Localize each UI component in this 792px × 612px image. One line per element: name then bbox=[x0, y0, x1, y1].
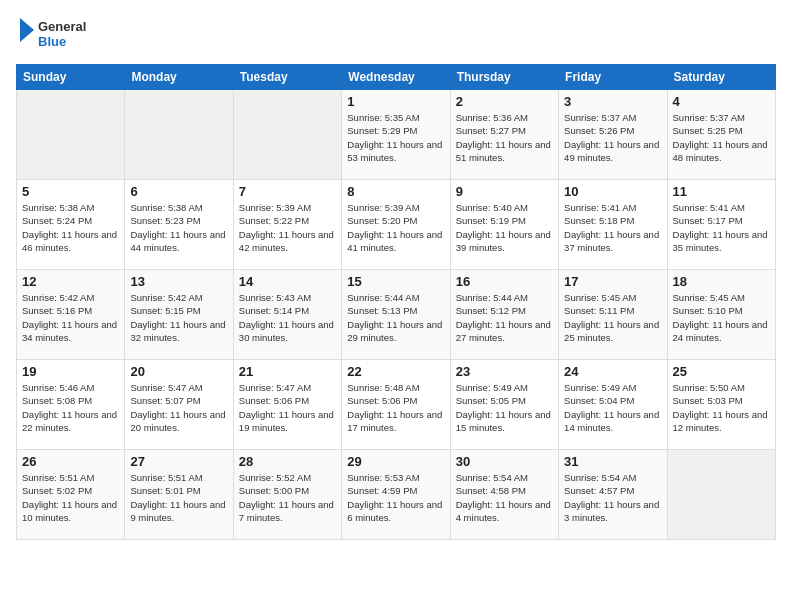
day-info: Sunrise: 5:53 AM Sunset: 4:59 PM Dayligh… bbox=[347, 471, 444, 524]
day-info: Sunrise: 5:54 AM Sunset: 4:57 PM Dayligh… bbox=[564, 471, 661, 524]
day-number: 4 bbox=[673, 94, 770, 109]
calendar-cell: 21Sunrise: 5:47 AM Sunset: 5:06 PM Dayli… bbox=[233, 360, 341, 450]
calendar-week-row: 26Sunrise: 5:51 AM Sunset: 5:02 PM Dayli… bbox=[17, 450, 776, 540]
calendar-cell: 29Sunrise: 5:53 AM Sunset: 4:59 PM Dayli… bbox=[342, 450, 450, 540]
day-number: 12 bbox=[22, 274, 119, 289]
day-number: 17 bbox=[564, 274, 661, 289]
calendar-cell: 18Sunrise: 5:45 AM Sunset: 5:10 PM Dayli… bbox=[667, 270, 775, 360]
calendar-cell: 12Sunrise: 5:42 AM Sunset: 5:16 PM Dayli… bbox=[17, 270, 125, 360]
calendar-week-row: 5Sunrise: 5:38 AM Sunset: 5:24 PM Daylig… bbox=[17, 180, 776, 270]
calendar-cell: 30Sunrise: 5:54 AM Sunset: 4:58 PM Dayli… bbox=[450, 450, 558, 540]
calendar-cell: 13Sunrise: 5:42 AM Sunset: 5:15 PM Dayli… bbox=[125, 270, 233, 360]
day-number: 9 bbox=[456, 184, 553, 199]
day-number: 6 bbox=[130, 184, 227, 199]
calendar-cell: 22Sunrise: 5:48 AM Sunset: 5:06 PM Dayli… bbox=[342, 360, 450, 450]
day-info: Sunrise: 5:47 AM Sunset: 5:06 PM Dayligh… bbox=[239, 381, 336, 434]
calendar-cell bbox=[233, 90, 341, 180]
day-number: 24 bbox=[564, 364, 661, 379]
weekday-cell: Monday bbox=[125, 65, 233, 90]
day-number: 5 bbox=[22, 184, 119, 199]
day-info: Sunrise: 5:52 AM Sunset: 5:00 PM Dayligh… bbox=[239, 471, 336, 524]
day-number: 13 bbox=[130, 274, 227, 289]
day-info: Sunrise: 5:44 AM Sunset: 5:13 PM Dayligh… bbox=[347, 291, 444, 344]
day-number: 29 bbox=[347, 454, 444, 469]
calendar-cell: 17Sunrise: 5:45 AM Sunset: 5:11 PM Dayli… bbox=[559, 270, 667, 360]
svg-text:General: General bbox=[38, 19, 86, 34]
calendar-cell: 8Sunrise: 5:39 AM Sunset: 5:20 PM Daylig… bbox=[342, 180, 450, 270]
svg-text:Blue: Blue bbox=[38, 34, 66, 49]
day-info: Sunrise: 5:37 AM Sunset: 5:26 PM Dayligh… bbox=[564, 111, 661, 164]
day-number: 21 bbox=[239, 364, 336, 379]
day-number: 27 bbox=[130, 454, 227, 469]
calendar-cell: 23Sunrise: 5:49 AM Sunset: 5:05 PM Dayli… bbox=[450, 360, 558, 450]
day-info: Sunrise: 5:37 AM Sunset: 5:25 PM Dayligh… bbox=[673, 111, 770, 164]
page-header: GeneralBlue bbox=[16, 16, 776, 52]
day-number: 11 bbox=[673, 184, 770, 199]
weekday-cell: Saturday bbox=[667, 65, 775, 90]
calendar-cell: 31Sunrise: 5:54 AM Sunset: 4:57 PM Dayli… bbox=[559, 450, 667, 540]
day-info: Sunrise: 5:47 AM Sunset: 5:07 PM Dayligh… bbox=[130, 381, 227, 434]
day-info: Sunrise: 5:39 AM Sunset: 5:20 PM Dayligh… bbox=[347, 201, 444, 254]
day-number: 18 bbox=[673, 274, 770, 289]
calendar-cell: 25Sunrise: 5:50 AM Sunset: 5:03 PM Dayli… bbox=[667, 360, 775, 450]
day-info: Sunrise: 5:54 AM Sunset: 4:58 PM Dayligh… bbox=[456, 471, 553, 524]
day-info: Sunrise: 5:35 AM Sunset: 5:29 PM Dayligh… bbox=[347, 111, 444, 164]
day-info: Sunrise: 5:50 AM Sunset: 5:03 PM Dayligh… bbox=[673, 381, 770, 434]
calendar-cell: 2Sunrise: 5:36 AM Sunset: 5:27 PM Daylig… bbox=[450, 90, 558, 180]
day-info: Sunrise: 5:45 AM Sunset: 5:10 PM Dayligh… bbox=[673, 291, 770, 344]
day-info: Sunrise: 5:39 AM Sunset: 5:22 PM Dayligh… bbox=[239, 201, 336, 254]
day-number: 23 bbox=[456, 364, 553, 379]
day-info: Sunrise: 5:51 AM Sunset: 5:01 PM Dayligh… bbox=[130, 471, 227, 524]
day-number: 26 bbox=[22, 454, 119, 469]
day-info: Sunrise: 5:38 AM Sunset: 5:23 PM Dayligh… bbox=[130, 201, 227, 254]
day-number: 22 bbox=[347, 364, 444, 379]
day-number: 19 bbox=[22, 364, 119, 379]
calendar-cell bbox=[667, 450, 775, 540]
day-number: 15 bbox=[347, 274, 444, 289]
calendar-cell: 11Sunrise: 5:41 AM Sunset: 5:17 PM Dayli… bbox=[667, 180, 775, 270]
calendar-cell: 4Sunrise: 5:37 AM Sunset: 5:25 PM Daylig… bbox=[667, 90, 775, 180]
day-number: 2 bbox=[456, 94, 553, 109]
calendar-cell: 1Sunrise: 5:35 AM Sunset: 5:29 PM Daylig… bbox=[342, 90, 450, 180]
day-number: 1 bbox=[347, 94, 444, 109]
day-number: 3 bbox=[564, 94, 661, 109]
day-number: 30 bbox=[456, 454, 553, 469]
day-info: Sunrise: 5:44 AM Sunset: 5:12 PM Dayligh… bbox=[456, 291, 553, 344]
calendar-cell bbox=[125, 90, 233, 180]
calendar-table: SundayMondayTuesdayWednesdayThursdayFrid… bbox=[16, 64, 776, 540]
day-number: 14 bbox=[239, 274, 336, 289]
weekday-cell: Sunday bbox=[17, 65, 125, 90]
calendar-cell: 15Sunrise: 5:44 AM Sunset: 5:13 PM Dayli… bbox=[342, 270, 450, 360]
calendar-body: 1Sunrise: 5:35 AM Sunset: 5:29 PM Daylig… bbox=[17, 90, 776, 540]
weekday-cell: Tuesday bbox=[233, 65, 341, 90]
calendar-cell: 19Sunrise: 5:46 AM Sunset: 5:08 PM Dayli… bbox=[17, 360, 125, 450]
day-info: Sunrise: 5:42 AM Sunset: 5:15 PM Dayligh… bbox=[130, 291, 227, 344]
calendar-week-row: 1Sunrise: 5:35 AM Sunset: 5:29 PM Daylig… bbox=[17, 90, 776, 180]
day-info: Sunrise: 5:49 AM Sunset: 5:04 PM Dayligh… bbox=[564, 381, 661, 434]
calendar-cell: 6Sunrise: 5:38 AM Sunset: 5:23 PM Daylig… bbox=[125, 180, 233, 270]
calendar-cell: 27Sunrise: 5:51 AM Sunset: 5:01 PM Dayli… bbox=[125, 450, 233, 540]
day-number: 28 bbox=[239, 454, 336, 469]
calendar-week-row: 12Sunrise: 5:42 AM Sunset: 5:16 PM Dayli… bbox=[17, 270, 776, 360]
weekday-cell: Friday bbox=[559, 65, 667, 90]
calendar-cell: 9Sunrise: 5:40 AM Sunset: 5:19 PM Daylig… bbox=[450, 180, 558, 270]
day-info: Sunrise: 5:45 AM Sunset: 5:11 PM Dayligh… bbox=[564, 291, 661, 344]
day-info: Sunrise: 5:42 AM Sunset: 5:16 PM Dayligh… bbox=[22, 291, 119, 344]
day-number: 25 bbox=[673, 364, 770, 379]
calendar-cell: 20Sunrise: 5:47 AM Sunset: 5:07 PM Dayli… bbox=[125, 360, 233, 450]
calendar-cell: 10Sunrise: 5:41 AM Sunset: 5:18 PM Dayli… bbox=[559, 180, 667, 270]
svg-marker-0 bbox=[20, 18, 34, 42]
day-info: Sunrise: 5:51 AM Sunset: 5:02 PM Dayligh… bbox=[22, 471, 119, 524]
calendar-cell: 14Sunrise: 5:43 AM Sunset: 5:14 PM Dayli… bbox=[233, 270, 341, 360]
calendar-cell: 7Sunrise: 5:39 AM Sunset: 5:22 PM Daylig… bbox=[233, 180, 341, 270]
day-info: Sunrise: 5:40 AM Sunset: 5:19 PM Dayligh… bbox=[456, 201, 553, 254]
weekday-cell: Wednesday bbox=[342, 65, 450, 90]
logo: GeneralBlue bbox=[16, 16, 86, 52]
calendar-cell: 16Sunrise: 5:44 AM Sunset: 5:12 PM Dayli… bbox=[450, 270, 558, 360]
calendar-cell: 5Sunrise: 5:38 AM Sunset: 5:24 PM Daylig… bbox=[17, 180, 125, 270]
calendar-cell bbox=[17, 90, 125, 180]
logo-svg: GeneralBlue bbox=[16, 16, 86, 52]
day-info: Sunrise: 5:38 AM Sunset: 5:24 PM Dayligh… bbox=[22, 201, 119, 254]
day-info: Sunrise: 5:36 AM Sunset: 5:27 PM Dayligh… bbox=[456, 111, 553, 164]
weekday-cell: Thursday bbox=[450, 65, 558, 90]
